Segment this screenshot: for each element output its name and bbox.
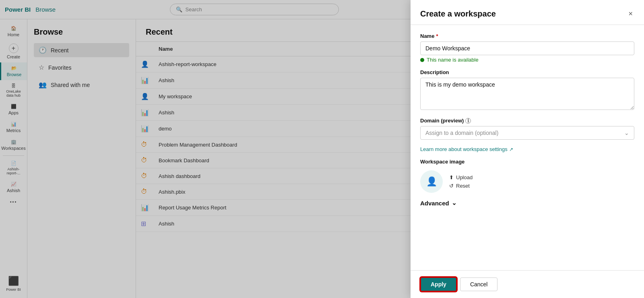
workspace-name-input[interactable]: [420, 41, 634, 55]
modal-body: Name * This name is available Descriptio…: [411, 25, 644, 270]
modal-header: Create a workspace ×: [411, 0, 644, 25]
upload-icon: ⬆: [449, 174, 454, 180]
domain-select[interactable]: Assign to a domain (optional) ⌄: [420, 126, 634, 140]
domain-chevron-icon: ⌄: [624, 130, 629, 136]
workspace-image-section: Workspace image 👤 ⬆ Upload ↺ Reset: [420, 159, 634, 193]
name-available-indicator: This name is available: [420, 57, 634, 63]
available-dot: [420, 58, 424, 62]
name-field-group: Name * This name is available: [420, 33, 634, 63]
reset-icon: ↺: [449, 183, 454, 189]
name-field-label: Name *: [420, 33, 634, 39]
domain-row: Assign to a domain (optional) ⌄: [420, 126, 634, 140]
domain-info-icon: ℹ: [465, 118, 471, 124]
advanced-label: Advanced: [420, 200, 449, 207]
advanced-chevron-icon: ⌄: [452, 199, 457, 207]
advanced-section[interactable]: Advanced ⌄: [420, 199, 634, 207]
apply-button[interactable]: Apply: [420, 277, 457, 292]
description-textarea[interactable]: This is my demo workspace: [420, 78, 634, 110]
modal-close-button[interactable]: ×: [627, 8, 634, 20]
required-star: *: [436, 33, 438, 39]
workspace-image-label: Workspace image: [420, 159, 634, 165]
name-available-text: This name is available: [427, 57, 479, 63]
workspace-avatar-icon: 👤: [426, 176, 437, 187]
domain-field-group: Domain (preview) ℹ Assign to a domain (o…: [420, 118, 634, 140]
cancel-button[interactable]: Cancel: [460, 277, 498, 291]
learn-link[interactable]: Learn more about workspace settings ↗: [420, 146, 634, 152]
create-workspace-modal: Create a workspace × Name * This name is…: [411, 0, 644, 298]
workspace-image-placeholder: 👤: [420, 170, 443, 193]
modal-footer: Apply Cancel: [411, 270, 644, 298]
domain-field-label: Domain (preview) ℹ: [420, 118, 634, 124]
reset-button[interactable]: ↺ Reset: [449, 183, 473, 189]
description-field-label: Description: [420, 69, 634, 75]
workspace-image-actions: ⬆ Upload ↺ Reset: [449, 174, 473, 189]
upload-button[interactable]: ⬆ Upload: [449, 174, 473, 180]
external-link-icon: ↗: [509, 147, 513, 152]
description-field-group: Description This is my demo workspace: [420, 69, 634, 111]
modal-title: Create a workspace: [420, 9, 496, 19]
workspace-image-row: 👤 ⬆ Upload ↺ Reset: [420, 170, 634, 193]
learn-link-row: Learn more about workspace settings ↗: [420, 146, 634, 152]
